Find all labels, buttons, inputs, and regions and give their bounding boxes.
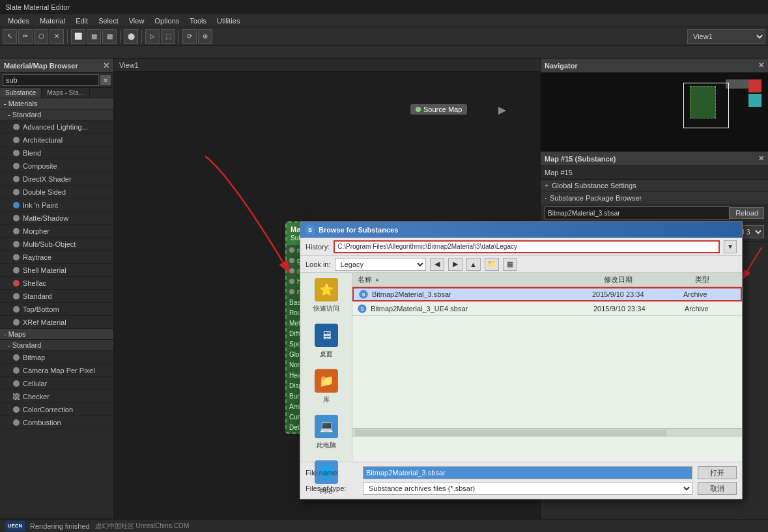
toolbar-btn-4[interactable]: ✕ [50, 29, 64, 44]
menu-material[interactable]: Material [35, 14, 70, 27]
list-item[interactable]: ColorCorrection [0, 403, 113, 416]
file-date-2: 2015/9/10 23:34 [593, 305, 685, 313]
history-dropdown-button[interactable]: ▼ [724, 240, 737, 253]
list-item[interactable]: Double Sided [0, 186, 113, 199]
list-item[interactable]: Morpher [0, 225, 113, 238]
toolbar-btn-5[interactable]: ⬜ [71, 29, 85, 44]
toolbar-btn-11[interactable]: ⟳ [182, 29, 197, 44]
sidebar-computer[interactable]: 💻 此电脑 [315, 415, 338, 450]
browser-close[interactable]: ✕ [103, 61, 109, 70]
view-select[interactable]: View1 [687, 29, 765, 44]
dot-icon [13, 306, 20, 313]
standard-subsection[interactable]: - Standard [0, 109, 113, 120]
menu-select[interactable]: Select [93, 14, 124, 27]
materials-section[interactable]: - Materials [0, 98, 113, 109]
toolbar-btn-7[interactable]: ▩ [102, 29, 117, 44]
nav-up-button[interactable]: ▲ [466, 258, 481, 271]
browse-dialog[interactable]: S Browse for Substances History: ▼ Look … [300, 221, 743, 499]
menu-options[interactable]: Options [149, 14, 184, 27]
lookin-select[interactable]: Legacy [335, 258, 426, 271]
maps-standard-subsection[interactable]: - Standard [0, 340, 113, 351]
sbsar-path-input[interactable] [545, 206, 730, 219]
package-browser-label: Substance Package Browser [550, 194, 642, 202]
navigator-close[interactable]: ✕ [758, 61, 764, 70]
list-item[interactable]: Top/Bottom [0, 303, 113, 316]
dot-icon [13, 267, 20, 273]
navigator-canvas [541, 73, 768, 151]
file-row-1[interactable]: S Bitmap2Material_3.sbsar 2015/9/10 23:3… [352, 287, 742, 301]
desktop-icon: 🖥 [315, 324, 338, 347]
library-icon: 📁 [315, 369, 338, 393]
list-item[interactable]: Blend [0, 147, 113, 160]
list-item[interactable]: DirectX Shader [0, 173, 113, 186]
sidebar-desktop[interactable]: 🖥 桌面 [315, 324, 338, 359]
list-item[interactable]: Architectural [0, 133, 113, 147]
sidebar-quick-access[interactable]: ⭐ 快速访问 [313, 278, 339, 313]
viewport-title: View1 [119, 61, 139, 69]
toolbar-btn-12[interactable]: ⊕ [198, 29, 212, 44]
list-item[interactable]: Bitmap [0, 351, 113, 364]
toolbar-sep-2 [120, 30, 121, 43]
list-item[interactable]: Raytrace [0, 251, 113, 264]
search-clear-button[interactable]: ✕ [100, 75, 111, 85]
list-item[interactable]: Standard [0, 290, 113, 303]
source-node-dot [416, 107, 421, 112]
view-mode-button[interactable]: ▦ [503, 258, 517, 271]
cancel-button[interactable]: 取消 [698, 482, 737, 495]
nav-forward-button[interactable]: ▶ [448, 258, 462, 271]
file-type-2: Archive [685, 305, 737, 313]
menu-tools[interactable]: Tools [184, 14, 212, 27]
list-item[interactable]: Multi/Sub-Object [0, 238, 113, 251]
list-item[interactable]: Ink 'n Paint [0, 199, 113, 212]
toolbar-btn-2[interactable]: ✏ [18, 29, 33, 44]
menu-view[interactable]: View [124, 14, 150, 27]
search-input[interactable] [3, 74, 99, 86]
dialog-title-text: Browse for Substances [319, 226, 398, 234]
global-settings-header[interactable]: + Global Substance Settings [541, 180, 768, 191]
file-row-2[interactable]: S Bitmap2Material_3_UE4.sbsar 2015/9/10 … [352, 301, 742, 316]
sidebar-library[interactable]: 📁 库 [315, 369, 338, 404]
source-map-node[interactable]: Source Map [410, 104, 467, 115]
menu-modes[interactable]: Modes [3, 14, 35, 27]
svg-text:S: S [362, 292, 365, 297]
tree-list: - Materials - Standard Advanced Lighting… [0, 98, 113, 518]
quick-access-icon: ⭐ [315, 278, 338, 301]
list-item[interactable]: Advanced Lighting... [0, 120, 113, 133]
menu-utilities[interactable]: Utilities [212, 14, 245, 27]
tab-maps[interactable]: Maps - Sta... [42, 88, 90, 98]
list-item[interactable]: Composite [0, 160, 113, 173]
list-item[interactable]: Camera Map Per Pixel [0, 364, 113, 377]
filename-input[interactable] [363, 466, 692, 479]
toolbar-btn-1[interactable]: ↖ [3, 29, 17, 44]
menu-edit[interactable]: Edit [70, 14, 93, 27]
nav-color-squares [748, 79, 761, 107]
toolbar-btn-9[interactable]: ▷ [145, 29, 160, 44]
list-item[interactable]: Matte/Shadow [0, 212, 113, 225]
toolbar-btn-10[interactable]: ⬚ [161, 29, 175, 44]
filetype-select[interactable]: Substance archives files (*.sbsar) [363, 482, 692, 495]
list-item[interactable]: Cellular [0, 377, 113, 390]
reload-button[interactable]: Reload [730, 207, 764, 219]
maps-section[interactable]: - Maps [0, 329, 113, 340]
list-item[interactable]: XRef Material [0, 316, 113, 329]
site-text: 虚幻中国社区 UnrealChina.COM [95, 522, 189, 531]
list-item[interactable]: Checker [0, 390, 113, 403]
toolbar-btn-8[interactable]: ⬤ [124, 29, 138, 44]
package-browser-header[interactable]: - Substance Package Browser [541, 192, 768, 204]
navigator-panel: Navigator ✕ [541, 59, 768, 152]
list-item[interactable]: Shellac [0, 277, 113, 290]
toolbar-btn-6[interactable]: ▦ [87, 29, 101, 44]
port-left-icon [289, 279, 294, 284]
properties-close[interactable]: ✕ [758, 154, 764, 163]
list-item[interactable]: Combustion [0, 416, 113, 429]
file-date-1: 2015/9/10 23:34 [592, 290, 683, 298]
dialog-hscroll-bar[interactable] [352, 428, 742, 437]
tab-substance[interactable]: Substance [0, 88, 42, 98]
dot-icon [13, 280, 20, 287]
new-folder-button[interactable]: 📁 [485, 258, 499, 271]
toolbar-btn-3[interactable]: ⬡ [34, 29, 48, 44]
nav-back-button[interactable]: ◀ [430, 258, 444, 271]
history-path-input[interactable] [334, 240, 720, 253]
open-button[interactable]: 打开 [698, 466, 737, 479]
list-item[interactable]: Shell Material [0, 264, 113, 277]
